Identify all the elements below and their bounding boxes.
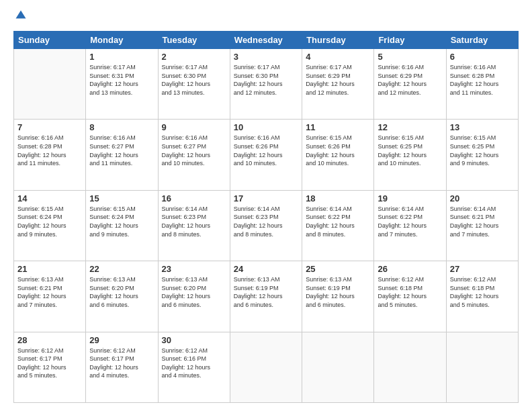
calendar: SundayMondayTuesdayWednesdayThursdayFrid… [13, 31, 519, 403]
week-row-1: 7Sunrise: 6:16 AM Sunset: 6:28 PM Daylig… [14, 120, 519, 190]
calendar-cell: 8Sunrise: 6:16 AM Sunset: 6:27 PM Daylig… [86, 120, 158, 190]
calendar-cell: 29Sunrise: 6:12 AM Sunset: 6:17 PM Dayli… [86, 332, 158, 402]
day-info: Sunrise: 6:12 AM Sunset: 6:16 PM Dayligh… [162, 347, 226, 380]
calendar-cell: 30Sunrise: 6:12 AM Sunset: 6:16 PM Dayli… [158, 332, 230, 402]
day-info: Sunrise: 6:12 AM Sunset: 6:17 PM Dayligh… [17, 347, 82, 380]
calendar-cell: 20Sunrise: 6:14 AM Sunset: 6:21 PM Dayli… [446, 190, 518, 261]
day-number: 8 [89, 122, 154, 132]
day-info: Sunrise: 6:16 AM Sunset: 6:28 PM Dayligh… [450, 63, 515, 97]
day-header-monday: Monday [86, 32, 158, 49]
day-number: 22 [89, 264, 154, 274]
calendar-header: SundayMondayTuesdayWednesdayThursdayFrid… [14, 32, 519, 49]
week-row-3: 21Sunrise: 6:13 AM Sunset: 6:21 PM Dayli… [14, 261, 519, 332]
calendar-cell: 19Sunrise: 6:14 AM Sunset: 6:22 PM Dayli… [374, 190, 446, 261]
calendar-cell: 6Sunrise: 6:16 AM Sunset: 6:28 PM Daylig… [446, 49, 518, 120]
day-info: Sunrise: 6:17 AM Sunset: 6:29 PM Dayligh… [306, 63, 370, 97]
day-number: 4 [306, 52, 370, 62]
day-number: 30 [162, 335, 226, 345]
day-info: Sunrise: 6:17 AM Sunset: 6:30 PM Dayligh… [234, 63, 298, 97]
day-info: Sunrise: 6:16 AM Sunset: 6:29 PM Dayligh… [378, 63, 442, 97]
day-info: Sunrise: 6:13 AM Sunset: 6:20 PM Dayligh… [162, 275, 226, 309]
calendar-body: 1Sunrise: 6:17 AM Sunset: 6:31 PM Daylig… [14, 49, 519, 403]
day-number: 15 [89, 193, 154, 203]
day-number: 18 [306, 193, 370, 203]
calendar-cell: 26Sunrise: 6:12 AM Sunset: 6:18 PM Dayli… [374, 261, 446, 332]
day-info: Sunrise: 6:14 AM Sunset: 6:23 PM Dayligh… [234, 205, 298, 238]
day-number: 21 [17, 264, 82, 274]
calendar-cell: 21Sunrise: 6:13 AM Sunset: 6:21 PM Dayli… [14, 261, 86, 332]
day-info: Sunrise: 6:16 AM Sunset: 6:26 PM Dayligh… [234, 134, 298, 167]
calendar-cell: 12Sunrise: 6:15 AM Sunset: 6:25 PM Dayli… [374, 120, 446, 190]
page: SundayMondayTuesdayWednesdayThursdayFrid… [0, 0, 532, 411]
day-header-wednesday: Wednesday [230, 32, 302, 49]
calendar-cell: 16Sunrise: 6:14 AM Sunset: 6:23 PM Dayli… [158, 190, 230, 261]
day-info: Sunrise: 6:15 AM Sunset: 6:24 PM Dayligh… [89, 205, 154, 238]
day-info: Sunrise: 6:17 AM Sunset: 6:31 PM Dayligh… [89, 63, 154, 97]
day-number: 6 [450, 52, 515, 62]
day-number: 25 [306, 264, 370, 274]
day-header-thursday: Thursday [302, 32, 374, 49]
day-info: Sunrise: 6:15 AM Sunset: 6:25 PM Dayligh… [378, 134, 442, 167]
day-info: Sunrise: 6:13 AM Sunset: 6:19 PM Dayligh… [234, 275, 298, 309]
general-blue-icon [15, 9, 27, 21]
day-number: 1 [89, 52, 154, 62]
day-info: Sunrise: 6:13 AM Sunset: 6:19 PM Dayligh… [306, 275, 370, 309]
day-number: 10 [234, 122, 298, 132]
header-row: SundayMondayTuesdayWednesdayThursdayFrid… [14, 32, 519, 49]
calendar-cell: 13Sunrise: 6:15 AM Sunset: 6:25 PM Dayli… [446, 120, 518, 190]
day-info: Sunrise: 6:16 AM Sunset: 6:27 PM Dayligh… [89, 134, 154, 167]
day-number: 3 [234, 52, 298, 62]
day-info: Sunrise: 6:14 AM Sunset: 6:21 PM Dayligh… [450, 205, 515, 238]
day-info: Sunrise: 6:14 AM Sunset: 6:22 PM Dayligh… [378, 205, 442, 238]
day-header-sunday: Sunday [14, 32, 86, 49]
calendar-cell: 3Sunrise: 6:17 AM Sunset: 6:30 PM Daylig… [230, 49, 302, 120]
day-info: Sunrise: 6:15 AM Sunset: 6:24 PM Dayligh… [17, 205, 82, 238]
calendar-cell: 11Sunrise: 6:15 AM Sunset: 6:26 PM Dayli… [302, 120, 374, 190]
day-number: 23 [162, 264, 226, 274]
day-info: Sunrise: 6:12 AM Sunset: 6:17 PM Dayligh… [89, 347, 154, 380]
day-header-tuesday: Tuesday [158, 32, 230, 49]
day-number: 19 [378, 193, 442, 203]
day-header-friday: Friday [374, 32, 446, 49]
calendar-cell: 2Sunrise: 6:17 AM Sunset: 6:30 PM Daylig… [158, 49, 230, 120]
day-number: 27 [450, 264, 515, 274]
day-info: Sunrise: 6:13 AM Sunset: 6:21 PM Dayligh… [17, 275, 82, 309]
calendar-cell [446, 332, 518, 402]
day-number: 16 [162, 193, 226, 203]
week-row-0: 1Sunrise: 6:17 AM Sunset: 6:31 PM Daylig… [14, 49, 519, 120]
day-info: Sunrise: 6:15 AM Sunset: 6:25 PM Dayligh… [450, 134, 515, 167]
day-number: 28 [17, 335, 82, 345]
day-info: Sunrise: 6:14 AM Sunset: 6:23 PM Dayligh… [162, 205, 226, 238]
calendar-cell [374, 332, 446, 402]
day-info: Sunrise: 6:16 AM Sunset: 6:27 PM Dayligh… [162, 134, 226, 167]
calendar-cell [14, 49, 86, 120]
calendar-cell: 9Sunrise: 6:16 AM Sunset: 6:27 PM Daylig… [158, 120, 230, 190]
day-number: 29 [89, 335, 154, 345]
day-number: 9 [162, 122, 226, 132]
calendar-cell: 1Sunrise: 6:17 AM Sunset: 6:31 PM Daylig… [86, 49, 158, 120]
day-number: 20 [450, 193, 515, 203]
calendar-cell [230, 332, 302, 402]
day-number: 12 [378, 122, 442, 132]
logo [13, 12, 27, 24]
calendar-cell: 5Sunrise: 6:16 AM Sunset: 6:29 PM Daylig… [374, 49, 446, 120]
day-number: 24 [234, 264, 298, 274]
day-number: 17 [234, 193, 298, 203]
calendar-cell: 25Sunrise: 6:13 AM Sunset: 6:19 PM Dayli… [302, 261, 374, 332]
week-row-4: 28Sunrise: 6:12 AM Sunset: 6:17 PM Dayli… [14, 332, 519, 402]
day-number: 26 [378, 264, 442, 274]
calendar-cell: 15Sunrise: 6:15 AM Sunset: 6:24 PM Dayli… [86, 190, 158, 261]
day-number: 7 [17, 122, 82, 132]
calendar-cell: 27Sunrise: 6:12 AM Sunset: 6:18 PM Dayli… [446, 261, 518, 332]
calendar-cell: 14Sunrise: 6:15 AM Sunset: 6:24 PM Dayli… [14, 190, 86, 261]
calendar-cell: 24Sunrise: 6:13 AM Sunset: 6:19 PM Dayli… [230, 261, 302, 332]
week-row-2: 14Sunrise: 6:15 AM Sunset: 6:24 PM Dayli… [14, 190, 519, 261]
calendar-cell: 17Sunrise: 6:14 AM Sunset: 6:23 PM Dayli… [230, 190, 302, 261]
calendar-cell: 4Sunrise: 6:17 AM Sunset: 6:29 PM Daylig… [302, 49, 374, 120]
calendar-cell: 23Sunrise: 6:13 AM Sunset: 6:20 PM Dayli… [158, 261, 230, 332]
day-header-saturday: Saturday [446, 32, 518, 49]
day-info: Sunrise: 6:17 AM Sunset: 6:30 PM Dayligh… [162, 63, 226, 97]
calendar-cell: 18Sunrise: 6:14 AM Sunset: 6:22 PM Dayli… [302, 190, 374, 261]
day-info: Sunrise: 6:13 AM Sunset: 6:20 PM Dayligh… [89, 275, 154, 309]
day-number: 2 [162, 52, 226, 62]
